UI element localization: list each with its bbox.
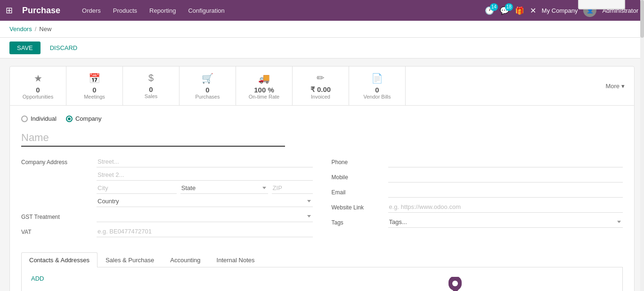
chat-icon[interactable]: 💬18 xyxy=(500,6,509,15)
stat-sales[interactable]: $ 0 Sales xyxy=(123,67,179,105)
email-row: Email xyxy=(332,186,623,198)
stat-ontime[interactable]: 🚚 100 % On-time Rate xyxy=(236,67,293,105)
menu-products[interactable]: Products xyxy=(108,4,142,17)
cart-icon: 🛒 xyxy=(202,73,213,84)
street-input[interactable] xyxy=(97,156,313,167)
tabs: Contacts & Addresses Sales & Purchase Ac… xyxy=(21,252,623,267)
tab-internal-notes[interactable]: Internal Notes xyxy=(209,252,263,267)
country-select[interactable]: Country xyxy=(97,196,313,207)
stat-opportunities[interactable]: ★ 0 Opportunities xyxy=(10,67,66,105)
phone-input[interactable] xyxy=(388,156,623,167)
tab-content: ADD xyxy=(21,267,623,291)
action-bar: SAVE DISCARD xyxy=(0,38,644,58)
document-icon: 📄 xyxy=(371,73,383,84)
stat-ontime-label: On-time Rate xyxy=(249,94,279,100)
chat-badge: 18 xyxy=(505,3,513,11)
gst-select[interactable] xyxy=(97,211,313,222)
stat-meetings-label: Meetings xyxy=(84,94,105,100)
tab-sales-purchase[interactable]: Sales & Purchase xyxy=(98,252,162,267)
name-field-wrapper xyxy=(21,130,285,147)
city-input[interactable] xyxy=(97,183,177,194)
tab-contacts-addresses[interactable]: Contacts & Addresses xyxy=(21,252,98,267)
stat-meetings[interactable]: 📅 0 Meetings xyxy=(66,67,123,105)
close-icon[interactable]: ✕ xyxy=(530,6,536,15)
breadcrumb-separator: / xyxy=(35,25,37,33)
breadcrumb-current: New xyxy=(39,25,51,33)
save-button[interactable]: SAVE xyxy=(9,42,41,54)
right-form-section: Phone Mobile Email xyxy=(332,156,623,241)
tags-label: Tags xyxy=(332,216,388,226)
more-chevron-icon: ▾ xyxy=(621,83,625,90)
main-content: ★ 0 Opportunities 📅 0 Meetings $ 0 Sales… xyxy=(0,58,644,291)
top-navigation: ⊞ Purchase Orders Products Reporting Con… xyxy=(0,0,644,21)
pencil-icon: ✏ xyxy=(317,72,325,83)
phone-row: Phone xyxy=(332,156,623,167)
stat-vendor-bills[interactable]: 📄 0 Vendor Bills xyxy=(349,67,406,105)
stat-invoiced-label: Invoiced xyxy=(311,94,330,100)
clock-icon[interactable]: 🕐14 xyxy=(485,6,494,15)
star-icon: ★ xyxy=(34,73,42,84)
menu-orders[interactable]: Orders xyxy=(77,4,106,17)
vat-row: VAT xyxy=(21,226,313,237)
email-input[interactable] xyxy=(388,186,623,198)
address-fields: State Country xyxy=(97,156,313,207)
discard-button[interactable]: DISCARD xyxy=(45,42,82,54)
company-name[interactable]: My Company xyxy=(542,7,578,14)
clock-badge: 14 xyxy=(490,3,498,11)
stat-invoiced[interactable]: ✏ ₹ 0.00 Invoiced xyxy=(293,67,349,105)
radio-company[interactable]: Company xyxy=(66,115,102,122)
more-label: More xyxy=(605,83,620,90)
mobile-input[interactable] xyxy=(388,171,623,183)
scrollbar-thumb[interactable] xyxy=(640,0,644,38)
form-area: Individual Company 📷+ xyxy=(9,106,635,291)
stat-bills-number: 0 xyxy=(375,86,379,94)
type-selection: Individual Company xyxy=(21,115,285,122)
menu-configuration[interactable]: Configuration xyxy=(183,4,229,17)
name-input[interactable] xyxy=(21,130,285,147)
street2-input[interactable] xyxy=(97,169,313,181)
stat-bills-label: Vendor Bills xyxy=(363,94,391,100)
avatar-upload[interactable]: 📷+ xyxy=(578,0,625,9)
calendar-icon: 📅 xyxy=(89,73,100,84)
breadcrumb-parent[interactable]: Vendors xyxy=(9,25,32,33)
svg-point-1 xyxy=(452,281,458,286)
location-pin-icon xyxy=(448,277,462,291)
vat-input[interactable] xyxy=(97,226,313,237)
top-menu: Orders Products Reporting Configuration xyxy=(77,4,229,17)
stat-purchases-label: Purchases xyxy=(196,94,220,100)
company-address-label: Company Address xyxy=(21,156,97,166)
vat-label: VAT xyxy=(21,226,97,235)
menu-reporting[interactable]: Reporting xyxy=(145,4,180,17)
tags-row: Tags Tags... xyxy=(332,216,623,228)
stat-sales-label: Sales xyxy=(145,93,158,99)
zip-input[interactable] xyxy=(272,183,313,194)
website-label: Website Link xyxy=(332,201,388,211)
radio-individual[interactable]: Individual xyxy=(21,115,57,122)
stat-opportunities-number: 0 xyxy=(36,86,40,94)
apps-grid-icon[interactable]: ⊞ xyxy=(6,5,13,16)
website-input[interactable] xyxy=(388,201,623,213)
dollar-icon: $ xyxy=(148,73,154,83)
mobile-row: Mobile xyxy=(332,171,623,183)
stat-sales-number: 0 xyxy=(149,85,153,93)
email-label: Email xyxy=(332,186,388,196)
scrollbar[interactable] xyxy=(640,0,644,291)
breadcrumb: Vendors / New xyxy=(0,21,644,38)
tags-select[interactable]: Tags... xyxy=(388,216,623,228)
stat-purchases[interactable]: 🛒 0 Purchases xyxy=(179,67,236,105)
form-grid: Company Address State xyxy=(21,156,623,241)
gift-icon[interactable]: 🎁 xyxy=(515,6,524,15)
state-select[interactable]: State xyxy=(180,183,268,194)
tab-accounting[interactable]: Accounting xyxy=(162,252,208,267)
more-button[interactable]: More ▾ xyxy=(596,67,634,105)
stat-purchases-number: 0 xyxy=(205,86,209,94)
individual-label: Individual xyxy=(31,115,57,122)
phone-label: Phone xyxy=(332,156,388,166)
stats-bar: ★ 0 Opportunities 📅 0 Meetings $ 0 Sales… xyxy=(9,66,635,106)
company-address-row: Company Address State xyxy=(21,156,313,207)
company-label: Company xyxy=(75,115,102,122)
stat-invoiced-number: ₹ 0.00 xyxy=(310,85,331,94)
stat-meetings-number: 0 xyxy=(92,86,96,94)
add-button[interactable]: ADD xyxy=(31,275,44,282)
gst-label: GST Treatment xyxy=(21,211,97,220)
